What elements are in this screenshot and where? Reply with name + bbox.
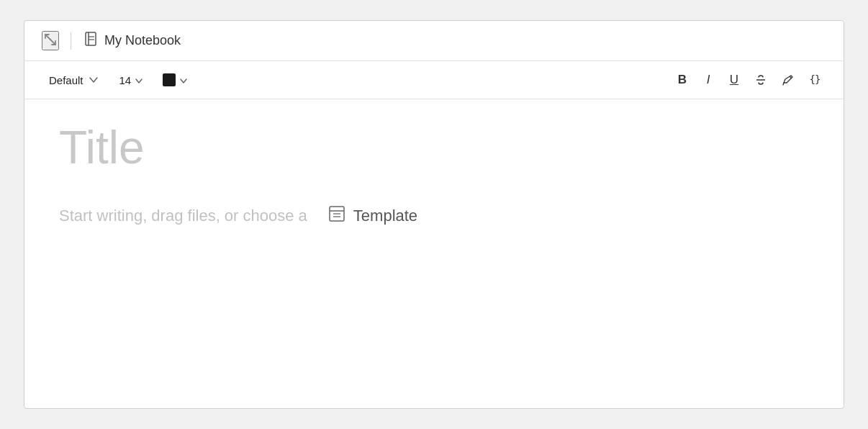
underline-button[interactable]: U [723, 68, 746, 91]
template-label: Template [353, 207, 417, 225]
notebook-icon [83, 31, 99, 50]
italic-button[interactable]: I [697, 68, 720, 91]
code-button[interactable]: {} [803, 68, 826, 91]
svg-line-8 [783, 83, 784, 85]
top-bar: My Notebook [24, 21, 844, 60]
top-bar-divider [71, 32, 71, 50]
toolbar: Default 14 B [24, 61, 844, 99]
font-size-label: 14 [119, 74, 132, 86]
notebook-title: My Notebook [104, 33, 181, 48]
bold-button[interactable]: B [671, 68, 694, 91]
svg-line-0 [45, 35, 50, 40]
font-family-label: Default [49, 74, 83, 86]
content-area[interactable]: Title Start writing, drag files, or choo… [24, 99, 844, 408]
notebook-container: My Notebook Default 14 [24, 20, 844, 409]
template-icon [327, 204, 346, 227]
svg-rect-2 [86, 32, 96, 45]
color-chevron-icon [180, 75, 187, 86]
title-placeholder: Title [59, 122, 809, 173]
font-family-button[interactable]: Default [42, 71, 105, 89]
body-placeholder-row: Start writing, drag files, or choose a T… [59, 199, 809, 233]
toolbar-right: B I U {} [671, 68, 826, 91]
color-swatch [163, 73, 176, 86]
template-button[interactable]: Template [316, 199, 429, 233]
resize-button[interactable] [42, 31, 59, 50]
font-size-button[interactable]: 14 [114, 71, 149, 89]
notebook-title-area[interactable]: My Notebook [83, 31, 181, 50]
font-family-chevron-icon [89, 75, 98, 85]
color-selector-button[interactable] [157, 71, 193, 89]
pen-button[interactable] [776, 68, 800, 91]
strikethrough-button[interactable] [749, 68, 773, 91]
body-placeholder-text: Start writing, drag files, or choose a [59, 207, 307, 225]
svg-line-1 [50, 40, 55, 45]
font-size-chevron-icon [135, 75, 143, 86]
